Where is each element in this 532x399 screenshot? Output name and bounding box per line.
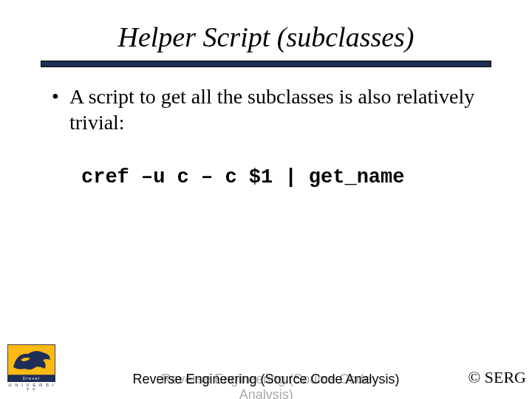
- bullet-text: A script to get all the subclasses is al…: [69, 83, 488, 135]
- slide: Helper Script (subclasses) • A script to…: [0, 0, 532, 399]
- footer-center-shadow: Reverse Engineering (Source Code Analysi…: [133, 372, 400, 399]
- bullet-item: • A script to get all the subclasses is …: [52, 83, 488, 135]
- body: • A script to get all the subclasses is …: [0, 83, 532, 188]
- dragon-icon: [8, 345, 55, 375]
- footer: Drexel U N I V E R S I T Y Reverse Engin…: [0, 351, 532, 392]
- slide-title: Helper Script (subclasses): [0, 21, 532, 53]
- bullet-dot: •: [52, 83, 69, 109]
- footer-center-text: Reverse Engineering (Source Code Analysi…: [0, 372, 532, 387]
- title-rule-bar: [41, 61, 491, 67]
- footer-copyright: © SERG: [468, 368, 526, 387]
- title-rule: [41, 61, 491, 67]
- drexel-logo-badge: [7, 344, 55, 375]
- code-line: cref –u c – c $1 | get_name: [81, 166, 488, 188]
